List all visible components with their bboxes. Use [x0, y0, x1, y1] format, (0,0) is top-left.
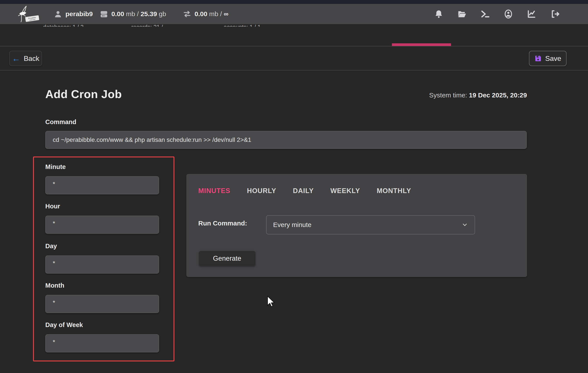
- run-command-label: Run Command:: [198, 220, 247, 227]
- stat-accounts: accounts: 1 / 1: [224, 24, 261, 27]
- day-of-week-label: Day of Week: [45, 321, 83, 329]
- mouse-cursor: [266, 295, 276, 309]
- day-value: *: [53, 260, 55, 267]
- generate-button[interactable]: Generate: [199, 251, 256, 266]
- generator-tabs: MINUTES HOURLY DAILY WEEKLY MONTHLY: [198, 187, 411, 195]
- storage-used: 0.00: [111, 10, 124, 18]
- minute-input[interactable]: *: [45, 176, 159, 194]
- divider: [0, 46, 588, 46]
- storage-total: 25.39: [140, 10, 157, 18]
- generate-button-label: Generate: [213, 255, 241, 262]
- transfer-arrows-icon: [183, 10, 191, 18]
- divider: [0, 70, 588, 71]
- stat-records: records: 21 /: [131, 24, 163, 27]
- system-time-value: 19 Dec 2025, 20:29: [469, 92, 527, 99]
- terminal-icon[interactable]: [480, 9, 490, 19]
- account-icon[interactable]: [504, 9, 513, 19]
- user-icon: [54, 10, 62, 18]
- file-manager-folder-icon[interactable]: [457, 9, 467, 19]
- minute-value: *: [53, 181, 55, 188]
- stat-databases: databases: 1 / 2: [43, 24, 84, 27]
- username: perabib9: [65, 10, 93, 18]
- back-button-label: Back: [24, 54, 39, 63]
- storage-sep: mb /: [124, 10, 140, 18]
- hour-input[interactable]: *: [45, 216, 159, 234]
- clipped-stats-row: databases: 1 / 2 records: 21 / accounts:…: [0, 24, 588, 27]
- logout-icon[interactable]: [550, 9, 559, 19]
- hour-label: Hour: [45, 203, 60, 210]
- command-input[interactable]: cd ~/perabibble.com/www && php artisan s…: [45, 131, 527, 149]
- hour-value: *: [53, 220, 55, 227]
- day-label: Day: [45, 243, 57, 250]
- month-label: Month: [45, 282, 64, 289]
- save-button-label: Save: [545, 54, 561, 63]
- minute-label: Minute: [45, 163, 66, 171]
- brand-logo[interactable]: Perabible HOSTING: [13, 5, 41, 23]
- back-arrow-icon: ←: [12, 54, 20, 63]
- tab-monthly[interactable]: MONTHLY: [377, 187, 411, 195]
- save-floppy-icon: [534, 55, 542, 62]
- save-button[interactable]: Save: [529, 51, 567, 66]
- system-time-label: System time:: [429, 92, 469, 99]
- tab-daily[interactable]: DAILY: [293, 187, 314, 195]
- command-value: cd ~/perabibble.com/www && php artisan s…: [53, 136, 251, 143]
- topbar-storage: 0.00 mb / 25.39 gb: [100, 10, 166, 18]
- cron-generator-panel: MINUTES HOURLY DAILY WEEKLY MONTHLY Run …: [187, 174, 527, 277]
- day-of-week-input[interactable]: *: [45, 334, 159, 352]
- tab-hourly[interactable]: HOURLY: [247, 187, 276, 195]
- disk-icon: [100, 10, 108, 18]
- notifications-bell-icon[interactable]: [434, 9, 444, 19]
- day-of-week-value: *: [53, 339, 55, 346]
- run-command-select[interactable]: Every minute: [266, 215, 475, 234]
- window-top-strip: [0, 0, 588, 4]
- back-button[interactable]: ← Back: [9, 51, 42, 66]
- bandwidth-used: 0.00: [195, 10, 207, 18]
- topbar-user[interactable]: perabib9: [54, 10, 93, 18]
- tab-minutes[interactable]: MINUTES: [198, 187, 231, 195]
- page-title: Add Cron Job: [45, 87, 122, 101]
- bandwidth-sep: mb /: [207, 10, 224, 18]
- month-value: *: [53, 299, 55, 306]
- active-tab-underline: [392, 43, 451, 46]
- bandwidth-total: ∞: [224, 10, 228, 18]
- storage-total-unit: gb: [157, 10, 166, 18]
- run-command-selected-value: Every minute: [273, 221, 462, 229]
- command-label: Command: [45, 118, 76, 126]
- system-time: System time: 19 Dec 2025, 20:29: [429, 92, 527, 99]
- topbar-actions: [434, 4, 559, 24]
- cron-job-page: databases: 1 / 2 records: 21 / accounts:…: [0, 0, 588, 373]
- chevron-down-icon: [462, 222, 468, 228]
- tab-weekly[interactable]: WEEKLY: [330, 187, 360, 195]
- statistics-chart-icon[interactable]: [527, 9, 536, 19]
- day-input[interactable]: *: [45, 256, 159, 274]
- topbar-bandwidth: 0.00 mb / ∞: [183, 10, 229, 18]
- month-input[interactable]: *: [45, 295, 159, 313]
